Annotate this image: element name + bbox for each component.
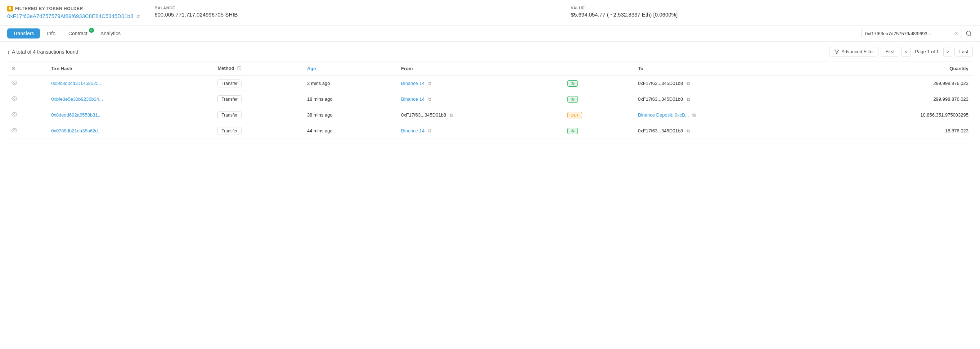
col-txnhash: Txn Hash: [47, 62, 213, 76]
copy-to-icon[interactable]: ⧉: [687, 81, 690, 86]
txn-hash-link[interactable]: 0x0788db21da38a62d...: [51, 128, 102, 133]
row-from-cell: Binance 14 ⧉: [397, 123, 563, 139]
from-address-link[interactable]: Binance 14: [401, 128, 425, 133]
svg-point-5: [14, 114, 15, 115]
from-address-link[interactable]: Binance 14: [401, 81, 425, 86]
tab-info[interactable]: Info: [41, 29, 61, 38]
token-holder-address[interactable]: 0xF17f63eA7d757579Af89f6933C8E84C5345D01…: [7, 13, 133, 19]
eye-icon[interactable]: [11, 97, 17, 103]
row-method-cell: Transfer: [213, 107, 303, 123]
row-to-cell: 0xF17f63...345D01b8 ⧉: [634, 123, 816, 139]
info-circle-icon[interactable]: ⊙: [11, 66, 16, 71]
svg-point-3: [14, 82, 15, 84]
row-direction-cell: OUT: [563, 107, 634, 123]
row-txnhash-cell: 0x0788db21da38a62d...: [47, 123, 213, 139]
balance-section: BALANCE 600,005,771,717.024996705 SHIB: [154, 6, 556, 17]
search-container: ×: [861, 29, 962, 38]
txn-hash-link[interactable]: 0x8dedd692a6558b31...: [51, 112, 102, 117]
row-eye-cell: [7, 76, 47, 91]
row-from-cell: Binance 14 ⧉: [397, 76, 563, 91]
table-row: 0x8dedd692a6558b31... Transfer 38 mins a…: [7, 107, 973, 123]
content-area: ↕ A total of 4 transactions found Advanc…: [0, 42, 980, 139]
col-age: Age: [303, 62, 397, 76]
copy-to-icon[interactable]: ⧉: [687, 128, 690, 134]
row-txnhash-cell: 0xbfe3e5e30b9236b34...: [47, 91, 213, 107]
row-age-cell: 38 mins ago: [303, 107, 397, 123]
filter-icon: B: [7, 6, 13, 11]
to-address-link[interactable]: Binance Deposit: 0xcB...: [638, 112, 689, 117]
to-address: 0xF17f63...345D01b8: [638, 81, 683, 86]
table-header-row: ⊙ Txn Hash Method ⓘ Age From To Quantity: [7, 62, 973, 76]
to-address: 0xF17f63...345D01b8: [638, 97, 683, 102]
top-bar: B FILTERED BY TOKEN HOLDER 0xF17f63eA7d7…: [0, 0, 980, 25]
tabs-bar: Transfers Info Contract ✓ Analytics ×: [0, 25, 980, 42]
eye-icon[interactable]: [11, 113, 17, 118]
row-method-cell: Transfer: [213, 76, 303, 91]
next-page-button[interactable]: >: [943, 47, 953, 57]
last-page-button[interactable]: Last: [955, 47, 973, 57]
row-age-cell: 2 mins ago: [303, 76, 397, 91]
tabs-right: ×: [861, 29, 973, 38]
row-eye-cell: [7, 123, 47, 139]
value-label: VALUE: [571, 6, 973, 10]
advanced-filter-label: Advanced Filter: [842, 49, 874, 54]
txn-hash-link[interactable]: 0x5fc8d0cd311458525...: [51, 81, 102, 86]
copy-from-icon[interactable]: ⧉: [428, 128, 431, 134]
method-badge: Transfer: [218, 111, 241, 119]
sort-icon: ↕: [7, 49, 10, 55]
value-amount: $5,694,054.77 ( ~2,532.8337 Eth) [0.0600…: [571, 11, 973, 17]
row-txnhash-cell: 0x5fc8d0cd311458525...: [47, 76, 213, 91]
balance-value: 600,005,771,717.024996705 SHIB: [154, 11, 556, 17]
row-quantity-cell: 18,876,023: [816, 123, 973, 139]
copy-from-icon[interactable]: ⧉: [428, 97, 431, 102]
row-from-cell: Binance 14 ⧉: [397, 91, 563, 107]
page-info: Page 1 of 1: [913, 49, 941, 54]
row-eye-cell: [7, 107, 47, 123]
direction-badge: IN: [567, 80, 578, 87]
tab-transfers[interactable]: Transfers: [7, 29, 40, 38]
row-method-cell: Transfer: [213, 123, 303, 139]
search-button[interactable]: [965, 30, 973, 37]
eye-icon[interactable]: [11, 128, 17, 134]
table-row: 0x0788db21da38a62d... Transfer 44 mins a…: [7, 123, 973, 139]
to-address: 0xF17f63...345D01b8: [638, 128, 683, 133]
method-badge: Transfer: [218, 79, 241, 87]
tab-analytics[interactable]: Analytics: [95, 29, 126, 38]
row-eye-cell: [7, 91, 47, 107]
transactions-count: ↕ A total of 4 transactions found: [7, 49, 78, 55]
col-eye: ⊙: [7, 62, 47, 76]
direction-badge: OUT: [567, 112, 582, 118]
first-page-button[interactable]: First: [881, 47, 899, 57]
col-direction: [563, 62, 634, 76]
advanced-filter-button[interactable]: Advanced Filter: [829, 47, 878, 57]
table-row: 0xbfe3e5e30b9236b34... Transfer 18 mins …: [7, 91, 973, 107]
search-input[interactable]: [865, 31, 953, 36]
pagination-controls: Advanced Filter First < Page 1 of 1 > La…: [829, 47, 973, 57]
eye-icon[interactable]: [11, 81, 17, 87]
col-from: From: [397, 62, 563, 76]
row-to-cell: 0xF17f63...345D01b8 ⧉: [634, 76, 816, 91]
svg-point-6: [14, 130, 15, 131]
txn-hash-link[interactable]: 0xbfe3e5e30b9236b34...: [51, 97, 103, 102]
copy-to-icon[interactable]: ⧉: [687, 97, 690, 102]
copy-from-icon[interactable]: ⧉: [428, 81, 431, 86]
prev-page-button[interactable]: <: [902, 47, 911, 57]
svg-line-1: [970, 35, 971, 36]
row-from-cell: 0xF17f63...345D01b8 ⧉: [397, 107, 563, 123]
copy-from-icon[interactable]: ⧉: [450, 112, 453, 118]
tab-contract[interactable]: Contract ✓: [63, 29, 93, 38]
from-address-link[interactable]: Binance 14: [401, 97, 425, 102]
copy-address-icon[interactable]: ⧉: [137, 14, 140, 19]
copy-to-icon[interactable]: ⧉: [692, 112, 695, 118]
direction-badge: IN: [567, 96, 578, 103]
row-to-cell: 0xF17f63...345D01b8 ⧉: [634, 91, 816, 107]
transactions-header: ↕ A total of 4 transactions found Advanc…: [7, 42, 973, 62]
row-to-cell: Binance Deposit: 0xcB... ⧉: [634, 107, 816, 123]
svg-marker-2: [835, 50, 839, 54]
filter-label: B FILTERED BY TOKEN HOLDER: [7, 6, 140, 11]
method-badge: Transfer: [218, 127, 241, 135]
row-txnhash-cell: 0x8dedd692a6558b31...: [47, 107, 213, 123]
advanced-filter-icon: [834, 49, 839, 54]
clear-search-button[interactable]: ×: [955, 30, 958, 36]
method-info-icon[interactable]: ⓘ: [237, 66, 241, 71]
